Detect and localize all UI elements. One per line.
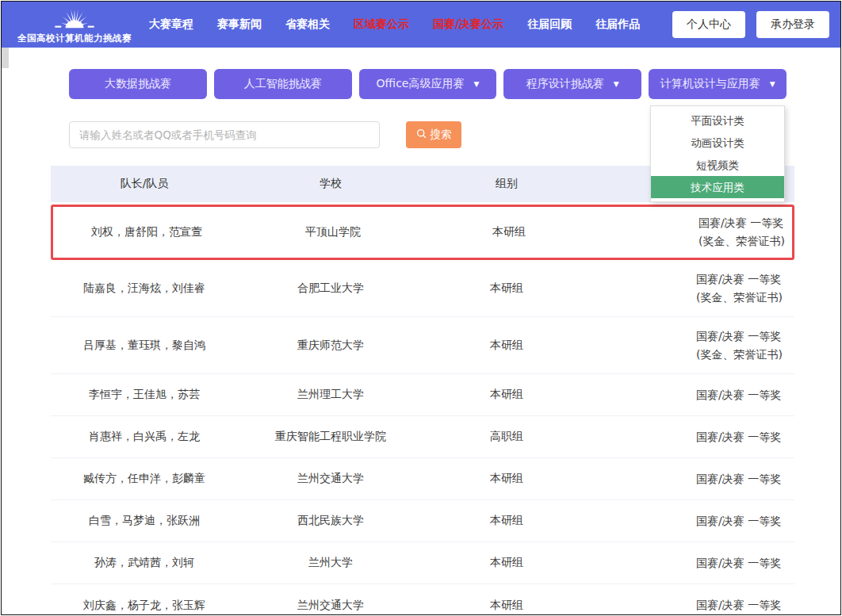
award-note: (奖金、荣誉证书) [696,289,794,307]
cell-school: 兰州交通大学 [238,472,423,486]
dropdown-item-short-video[interactable]: 短视频类 [651,154,784,176]
dropdown-item-tech-application[interactable]: 技术应用类 [651,176,784,198]
cell-group: 本研组 [423,556,590,570]
category-label: 大数据挑战赛 [105,77,171,91]
top-navbar: 全国高校计算机能力挑战赛 大赛章程 赛事新闻 省赛相关 区域赛公示 国赛/决赛公… [2,2,840,48]
cell-school: 重庆师范大学 [238,339,423,353]
category-dropdown-menu: 平面设计类 动画设计类 短视频类 技术应用类 [650,105,785,202]
cell-members: 刘庆鑫，杨子龙，张玉辉 [51,599,238,613]
category-label: Office高级应用赛 [377,77,465,91]
cell-award: 国赛/决赛 一等奖 [590,554,794,572]
category-label: 程序设计挑战赛 [526,77,604,91]
dropdown-item-animation-design[interactable]: 动画设计类 [651,132,784,154]
cell-school: 合肥工业大学 [238,281,423,296]
category-programming-button[interactable]: 程序设计挑战赛 ▼ [503,69,641,99]
dropdown-item-graphic-design[interactable]: 平面设计类 [651,109,784,132]
table-row: 臧传方，任申洋，彭麟童 兰州交通大学 本研组 国赛/决赛 一等奖 [51,458,794,500]
chevron-down-icon: ▼ [614,80,619,88]
cell-award: 国赛/决赛 一等奖 (奖金、荣誉证书) [592,214,792,251]
table-header-group: 组别 [423,177,590,191]
cell-school: 重庆智能工程职业学院 [238,430,423,444]
award-line: 国赛/决赛 一等奖 [696,270,794,289]
nav-item-past-review[interactable]: 往届回顾 [527,17,572,32]
cell-school: 西北民族大学 [238,514,423,528]
search-input[interactable] [69,121,380,148]
search-icon [416,128,427,141]
category-office-button[interactable]: Office高级应用赛 ▼ [359,69,497,99]
search-button-label: 搜索 [431,128,452,142]
award-note: (奖金、荣誉证书) [696,346,794,364]
chevron-down-icon: ▼ [770,80,775,88]
category-label: 计算机设计与应用赛 [660,77,760,91]
cell-group: 本研组 [423,472,590,486]
award-line: 国赛/决赛 一等奖 [696,327,794,346]
page: 全国高校计算机能力挑战赛 大赛章程 赛事新闻 省赛相关 区域赛公示 国赛/决赛公… [1,1,841,615]
cell-group: 本研组 [423,339,590,353]
table-row: 李恒宇，王佳旭，苏芸 兰州理工大学 本研组 国赛/决赛 一等奖 [51,374,794,416]
category-ai-button[interactable]: 人工智能挑战赛 [214,69,352,99]
table-row: 陆嘉良，汪海炫，刘佳睿 合肥工业大学 本研组 国赛/决赛 一等奖 (奖金、荣誉证… [51,260,794,317]
cell-award: 国赛/决赛 一等奖 [590,428,794,446]
table-row: 刘庆鑫，杨子龙，张玉辉 兰州交通大学 本研组 国赛/决赛 一等奖 [51,584,794,615]
cell-school: 兰州交通大学 [238,599,423,613]
nav-actions: 个人中心 承办登录 [672,11,829,38]
table-header-members: 队长/队员 [51,177,238,191]
cell-school: 兰州大学 [238,556,423,570]
brand-name: 全国高校计算机能力挑战赛 [17,33,132,44]
cell-school: 平顶山学院 [240,225,426,239]
cell-group: 本研组 [423,599,590,613]
organizer-login-button[interactable]: 承办登录 [756,11,829,38]
nav-item-news[interactable]: 赛事新闻 [217,17,262,32]
cell-school: 兰州理工大学 [238,388,423,402]
table-row: 白雪，马梦迪，张跃洲 西北民族大学 本研组 国赛/决赛 一等奖 [51,500,794,542]
nav-links: 大赛章程 赛事新闻 省赛相关 区域赛公示 国赛/决赛公示 往届回顾 往届作品 [149,17,640,32]
nav-item-final-announcement[interactable]: 国赛/决赛公示 [433,17,503,32]
brand-logo[interactable]: 全国高校计算机能力挑战赛 [13,6,136,44]
table-row: 孙涛，武靖茜，刘轲 兰州大学 本研组 国赛/决赛 一等奖 [51,542,794,584]
category-computer-design-button[interactable]: 计算机设计与应用赛 ▼ [649,69,787,99]
cell-members: 肖惠祥，白兴禹，左龙 [51,430,238,444]
category-label: 人工智能挑战赛 [244,77,322,91]
table-row: 吕厚基，董珏琪，黎自鸿 重庆师范大学 本研组 国赛/决赛 一等奖 (奖金、荣誉证… [51,317,794,374]
nav-item-regional-announcement[interactable]: 区域赛公示 [354,17,409,32]
nav-item-provincial[interactable]: 省赛相关 [285,17,330,32]
cell-group: 本研组 [423,388,590,402]
nav-item-charter[interactable]: 大赛章程 [149,17,193,32]
category-big-data-button[interactable]: 大数据挑战赛 [69,69,207,99]
chevron-down-icon: ▼ [473,80,479,88]
cell-group: 本研组 [423,514,590,528]
cell-award: 国赛/决赛 一等奖 [590,386,794,404]
cell-members: 刘权，唐舒阳，范宣萱 [53,225,240,239]
cell-members: 李恒宇，王佳旭，苏芸 [51,388,238,402]
cell-group: 本研组 [423,281,590,296]
table-row-highlighted: 刘权，唐舒阳，范宣萱 平顶山学院 本研组 国赛/决赛 一等奖 (奖金、荣誉证书) [51,205,794,260]
table-header-school: 学校 [238,177,423,191]
cell-award: 国赛/决赛 一等奖 [590,596,794,614]
cell-award: 国赛/决赛 一等奖 (奖金、荣誉证书) [590,327,794,364]
cell-members: 吕厚基，董珏琪，黎自鸿 [51,339,238,353]
cell-members: 白雪，马梦迪，张跃洲 [51,514,238,528]
sunburst-logo-icon [48,6,101,33]
award-note: (奖金、荣誉证书) [698,232,792,251]
cell-group: 高职组 [423,430,590,444]
left-edge-strip [2,48,9,68]
cell-members: 臧传方，任申洋，彭麟童 [51,472,238,486]
results-table: 队长/队员 学校 组别 刘权，唐舒阳，范宣萱 平顶山学院 本研组 国赛/决赛 一… [51,166,794,615]
cell-members: 孙涛，武靖茜，刘轲 [51,556,238,570]
cell-members: 陆嘉良，汪海炫，刘佳睿 [51,281,238,296]
award-line: 国赛/决赛 一等奖 [698,214,792,232]
table-row: 肖惠祥，白兴禹，左龙 重庆智能工程职业学院 高职组 国赛/决赛 一等奖 [51,416,794,458]
category-button-row: 大数据挑战赛 人工智能挑战赛 Office高级应用赛 ▼ 程序设计挑战赛 ▼ 计… [69,69,787,99]
cell-award: 国赛/决赛 一等奖 [590,512,794,530]
cell-group: 本研组 [426,225,592,239]
nav-item-past-works[interactable]: 往届作品 [595,17,640,32]
cell-award: 国赛/决赛 一等奖 (奖金、荣誉证书) [590,270,794,307]
personal-center-button[interactable]: 个人中心 [672,11,745,38]
cell-award: 国赛/决赛 一等奖 [590,470,794,488]
search-button[interactable]: 搜索 [406,121,461,148]
